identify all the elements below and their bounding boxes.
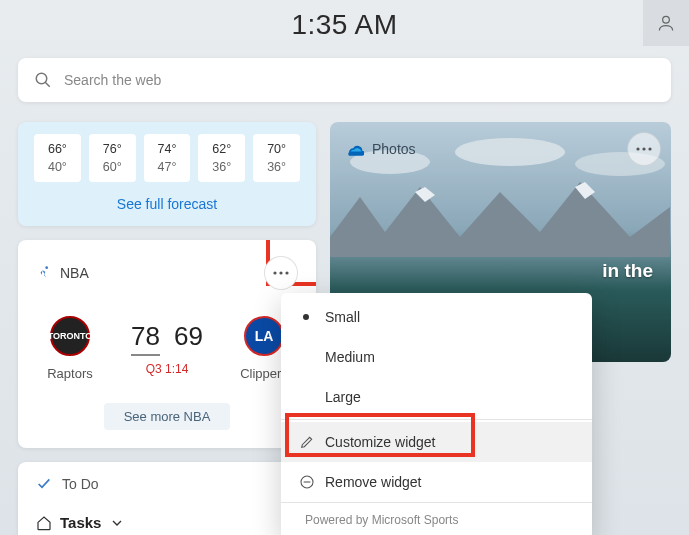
forecast-low: 47°: [148, 160, 187, 174]
svg-point-0: [663, 16, 670, 23]
todo-widget[interactable]: To Do Tasks: [18, 462, 316, 535]
chevron-down-icon[interactable]: [109, 515, 125, 531]
svg-point-11: [642, 147, 645, 150]
forecast-high: 76°: [93, 142, 132, 156]
forecast-high: 66°: [38, 142, 77, 156]
photos-title: Photos: [372, 141, 416, 157]
team-logo-raptors: TORONTO: [50, 316, 90, 356]
sports-league-label: NBA: [60, 265, 89, 281]
forecast-day[interactable]: 70° 36°: [253, 134, 300, 182]
forecast-day[interactable]: 76° 60°: [89, 134, 136, 182]
svg-point-6: [285, 271, 288, 274]
mountains-art: [330, 177, 670, 257]
svg-point-5: [279, 271, 282, 274]
more-icon: [273, 271, 289, 275]
svg-point-12: [648, 147, 651, 150]
tasks-label: Tasks: [60, 514, 101, 531]
todo-title: To Do: [62, 476, 99, 492]
forecast-day[interactable]: 62° 36°: [198, 134, 245, 182]
game-status: Q3 1:14: [146, 362, 189, 376]
see-more-nba-button[interactable]: See more NBA: [104, 403, 231, 430]
see-full-forecast-link[interactable]: See full forecast: [34, 196, 300, 212]
forecast-high: 62°: [202, 142, 241, 156]
forecast-high: 70°: [257, 142, 296, 156]
running-icon: [36, 265, 52, 281]
pencil-icon: [299, 434, 315, 450]
svg-point-3: [45, 266, 48, 269]
menu-size-small[interactable]: Small: [281, 297, 592, 337]
forecast-day[interactable]: 74° 47°: [144, 134, 191, 182]
menu-remove-widget[interactable]: Remove widget: [281, 462, 592, 502]
menu-size-medium[interactable]: Medium: [281, 337, 592, 377]
onedrive-icon: [344, 142, 364, 156]
away-score: 69: [174, 321, 203, 352]
profile-button[interactable]: [643, 0, 689, 46]
forecast-day[interactable]: 66° 40°: [34, 134, 81, 182]
search-input[interactable]: [64, 72, 655, 88]
team-name: Raptors: [47, 366, 93, 381]
more-icon: [636, 147, 652, 151]
photos-more-button[interactable]: [627, 132, 661, 166]
forecast-low: 36°: [257, 160, 296, 174]
search-box[interactable]: [18, 58, 671, 102]
menu-separator: [281, 419, 592, 420]
svg-line-2: [45, 82, 50, 87]
sports-widget[interactable]: NBA TORONTO Raptors 78 69 Q3 1:14: [18, 240, 316, 448]
svg-point-1: [36, 73, 47, 84]
clock: 1:35 AM: [291, 9, 397, 41]
person-icon: [656, 13, 676, 33]
search-icon: [34, 71, 52, 89]
team-logo-clippers: LA: [244, 316, 284, 356]
weather-widget[interactable]: 66° 40° 76° 60° 74° 47° 62° 36° 70° 36: [18, 122, 316, 226]
svg-point-10: [636, 147, 639, 150]
photo-caption: in the: [602, 260, 653, 282]
forecast-low: 40°: [38, 160, 77, 174]
todo-icon: [36, 476, 52, 492]
home-icon: [36, 515, 52, 531]
widget-context-menu: Small Medium Large Customize widget Remo…: [281, 293, 592, 535]
sports-more-button[interactable]: [264, 256, 298, 290]
forecast-low: 60°: [93, 160, 132, 174]
home-score: 78: [131, 321, 160, 352]
forecast-low: 36°: [202, 160, 241, 174]
svg-point-4: [273, 271, 276, 274]
remove-icon: [299, 474, 315, 490]
menu-powered-by: Powered by Microsoft Sports: [281, 502, 592, 535]
menu-size-large[interactable]: Large: [281, 377, 592, 417]
menu-customize-widget[interactable]: Customize widget: [281, 422, 592, 462]
forecast-high: 74°: [148, 142, 187, 156]
